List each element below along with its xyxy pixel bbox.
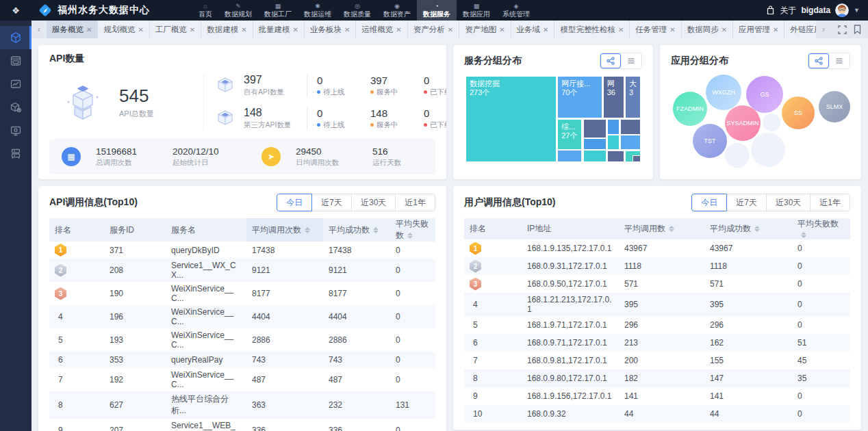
sort-icon[interactable] bbox=[305, 227, 310, 233]
treemap-block-1[interactable]: 网厅接...70个 bbox=[557, 76, 602, 118]
tab-close-icon[interactable]: ✕ bbox=[722, 26, 727, 34]
list-view-button[interactable] bbox=[829, 53, 850, 68]
sort-icon[interactable] bbox=[669, 226, 674, 232]
app-bubble-8[interactable] bbox=[751, 133, 785, 167]
app-bubble-1[interactable]: WXGZH bbox=[706, 75, 741, 110]
tab-0[interactable]: 服务概览 ✕ bbox=[47, 21, 98, 38]
treemap-block-9[interactable] bbox=[607, 119, 619, 135]
treemap-block-5[interactable] bbox=[557, 150, 582, 162]
sort-icon[interactable] bbox=[407, 233, 413, 239]
treemap-block-2[interactable]: 网36 bbox=[603, 76, 624, 118]
tab-close-icon[interactable]: ✕ bbox=[86, 26, 92, 34]
api-filter-1[interactable]: 近7天 bbox=[311, 194, 352, 211]
sidebar-item-1[interactable] bbox=[0, 49, 31, 73]
treemap-block-7[interactable] bbox=[583, 138, 607, 150]
tab-1[interactable]: 规划概览 ✕ bbox=[98, 21, 149, 38]
app-bubble-7[interactable] bbox=[763, 114, 780, 131]
user-column-header[interactable]: 平均调用数 bbox=[619, 218, 704, 239]
nav-item-data-asset[interactable]: ◉ 数据资产 bbox=[377, 0, 417, 21]
sidebar-item-5[interactable] bbox=[0, 142, 31, 166]
app-bubble-9[interactable] bbox=[725, 143, 750, 168]
username[interactable]: bigdata bbox=[801, 5, 830, 15]
tab-11[interactable]: 任务管理 ✕ bbox=[630, 21, 681, 38]
tabs-scroll-left-icon[interactable]: ‹ bbox=[31, 21, 47, 38]
tab-6[interactable]: 运维概览 ✕ bbox=[356, 21, 407, 38]
user-column-header[interactable]: 平均成功数 bbox=[704, 218, 792, 239]
user-filter-0[interactable]: 今日 bbox=[691, 194, 727, 211]
tab-14[interactable]: 外链应用 ✕ bbox=[784, 21, 816, 38]
tab-8[interactable]: 资产地图 ✕ bbox=[459, 21, 511, 38]
api-filter-3[interactable]: 近1年 bbox=[395, 194, 435, 211]
nav-item-data-plan[interactable]: ✎ 数据规划 bbox=[218, 0, 258, 21]
sidebar-item-2[interactable] bbox=[0, 73, 31, 96]
treemap-block-6[interactable] bbox=[583, 119, 607, 138]
about-label[interactable]: 关于 bbox=[780, 5, 796, 16]
tab-5[interactable]: 业务板块 ✕ bbox=[305, 21, 356, 38]
treemap-block-10[interactable] bbox=[620, 119, 641, 135]
user-column-header[interactable]: 平均失败数 bbox=[792, 218, 850, 239]
tab-13[interactable]: 应用管理 ✕ bbox=[733, 21, 784, 38]
tab-close-icon[interactable]: ✕ bbox=[241, 26, 246, 34]
app-bubble-3[interactable]: SS bbox=[782, 96, 815, 129]
tab-close-icon[interactable]: ✕ bbox=[543, 26, 548, 34]
tab-close-icon[interactable]: ✕ bbox=[396, 26, 401, 34]
nav-item-system[interactable]: ◈ 系统管理 bbox=[496, 0, 536, 21]
app-bubble-4[interactable]: SLMX bbox=[819, 91, 850, 122]
tab-close-icon[interactable]: ✕ bbox=[448, 26, 453, 34]
chevron-down-icon[interactable]: ▼ bbox=[854, 7, 860, 14]
sidebar-item-4[interactable] bbox=[0, 119, 31, 142]
tab-3[interactable]: 数据建模 ✕ bbox=[201, 21, 253, 38]
user-filter-2[interactable]: 近30天 bbox=[766, 194, 810, 211]
treemap-block-0[interactable]: 数据挖掘273个 bbox=[465, 76, 557, 162]
api-column-header[interactable]: 平均调用次数 bbox=[246, 218, 323, 241]
tab-2[interactable]: 工厂概览 ✕ bbox=[150, 21, 201, 38]
bookmark-icon[interactable] bbox=[854, 25, 861, 34]
treemap-block-8[interactable] bbox=[583, 150, 607, 162]
nav-item-home[interactable]: ⌂ 首页 bbox=[192, 0, 218, 21]
tab-close-icon[interactable]: ✕ bbox=[499, 26, 505, 34]
treemap-block-3[interactable]: 大3 bbox=[625, 76, 641, 118]
tab-10[interactable]: 模型完整性检核 ✕ bbox=[554, 21, 630, 38]
treemap-block-12[interactable] bbox=[620, 135, 641, 150]
tab-7[interactable]: 资产分析 ✕ bbox=[408, 21, 459, 38]
tab-4[interactable]: 批量建模 ✕ bbox=[253, 21, 305, 38]
tab-close-icon[interactable]: ✕ bbox=[773, 26, 778, 34]
list-view-button[interactable] bbox=[621, 53, 641, 68]
avatar[interactable] bbox=[835, 3, 849, 17]
tabs-scroll-right-icon[interactable]: › bbox=[816, 21, 831, 38]
nav-item-data-factory[interactable]: ▦ 数据工厂 bbox=[258, 0, 298, 21]
nav-item-data-ops[interactable]: ✱ 数据运维 bbox=[298, 0, 337, 21]
tab-close-icon[interactable]: ✕ bbox=[293, 26, 298, 34]
api-column-header[interactable]: 平均成功数 bbox=[323, 218, 390, 241]
nav-item-data-quality[interactable]: ◎ 数据质量 bbox=[337, 0, 377, 21]
sort-icon[interactable] bbox=[373, 227, 379, 233]
app-bubble-5[interactable]: SYSADMIN bbox=[725, 105, 761, 141]
treemap-block-4[interactable]: 综...27个 bbox=[557, 119, 582, 150]
api-filter-2[interactable]: 近30天 bbox=[351, 194, 396, 211]
sort-icon[interactable] bbox=[801, 232, 806, 238]
chart-view-button[interactable] bbox=[600, 53, 621, 68]
app-bubble-6[interactable]: TST bbox=[693, 124, 727, 158]
tab-9[interactable]: 业务域 ✕ bbox=[511, 21, 555, 38]
treemap-block-15[interactable] bbox=[633, 155, 641, 162]
fullscreen-icon[interactable] bbox=[838, 25, 847, 34]
app-grid-icon[interactable]: ❖ bbox=[0, 5, 31, 16]
tab-12[interactable]: 数据同步 ✕ bbox=[682, 21, 733, 38]
sort-icon[interactable] bbox=[754, 226, 760, 232]
user-filter-3[interactable]: 近1年 bbox=[810, 194, 850, 211]
tab-close-icon[interactable]: ✕ bbox=[618, 26, 624, 34]
nav-item-data-service[interactable]: ◔ 数据服务 bbox=[417, 0, 457, 21]
tab-close-icon[interactable]: ✕ bbox=[138, 26, 143, 34]
app-bubble-0[interactable]: FZADMIN bbox=[673, 92, 707, 126]
chart-view-button[interactable] bbox=[808, 53, 829, 68]
tab-close-icon[interactable]: ✕ bbox=[669, 26, 675, 34]
sidebar-item-0[interactable] bbox=[0, 26, 31, 49]
tab-close-icon[interactable]: ✕ bbox=[190, 26, 195, 34]
api-column-header[interactable]: 平均失败数 bbox=[390, 218, 435, 241]
user-filter-1[interactable]: 近7天 bbox=[726, 194, 767, 211]
treemap-block-11[interactable] bbox=[607, 135, 619, 150]
sidebar-item-3[interactable] bbox=[0, 96, 31, 119]
nav-item-data-app[interactable]: ▩ 数据应用 bbox=[457, 0, 496, 21]
treemap-block-13[interactable] bbox=[607, 151, 624, 162]
api-filter-0[interactable]: 今日 bbox=[277, 194, 312, 211]
